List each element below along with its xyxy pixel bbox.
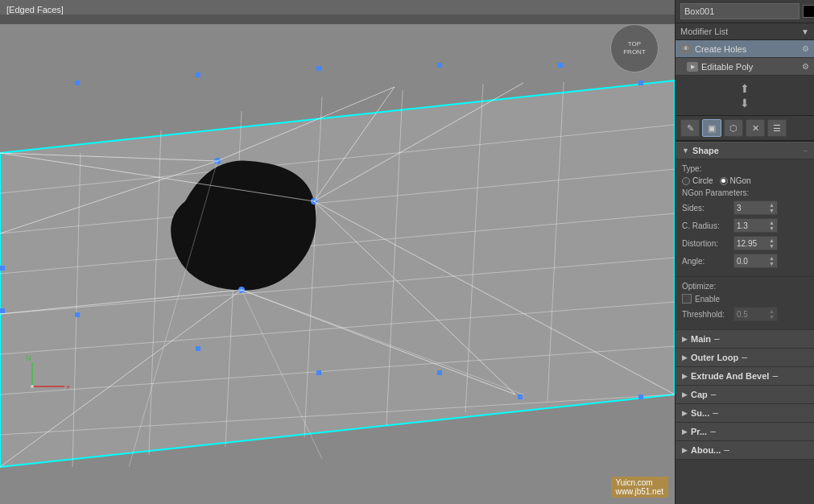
su-section[interactable]: ▶ Su... – xyxy=(676,404,814,423)
gizmo-label: TOPFRONT xyxy=(623,40,646,56)
shape-section-header[interactable]: ▼ Shape – xyxy=(676,143,814,159)
move-up-arrow[interactable]: ⬆ xyxy=(740,82,750,95)
threshold-row: Threshhold: 0.5 ▲ ▼ xyxy=(682,307,808,321)
su-arrow: ▶ xyxy=(682,409,688,417)
optimize-label: Optimize: xyxy=(682,282,808,291)
radio-ngon-btn[interactable] xyxy=(720,177,728,185)
shape-title: Shape xyxy=(692,146,719,155)
distortion-down[interactable]: ▼ xyxy=(769,243,775,249)
threshold-spinner[interactable]: 0.5 ▲ ▼ xyxy=(733,307,778,321)
distortion-arrows[interactable]: ▲ ▼ xyxy=(769,238,775,249)
modifier-list-label: Modifier List xyxy=(680,27,728,36)
cradius-arrows[interactable]: ▲ ▼ xyxy=(769,220,775,231)
modifier-item-editable-poly[interactable]: ▶ Editable Poly ⚙ xyxy=(676,58,814,76)
svg-rect-42 xyxy=(196,346,200,351)
svg-rect-43 xyxy=(316,370,321,375)
extrude-bevel-collapse[interactable]: – xyxy=(772,370,778,382)
viewport-gizmo[interactable]: TOPFRONT xyxy=(610,24,659,72)
sides-down[interactable]: ▼ xyxy=(769,208,775,213)
distortion-label: Distortion: xyxy=(682,239,730,248)
sides-up[interactable]: ▲ xyxy=(769,202,775,208)
toolbar-pin-btn[interactable]: ✎ xyxy=(680,119,700,137)
main-collapse[interactable]: – xyxy=(714,333,720,345)
threshold-up[interactable]: ▲ xyxy=(769,308,775,314)
cap-section[interactable]: ▶ Cap – xyxy=(676,386,814,404)
watermark: Yuicn.com www.jb51.net xyxy=(611,477,668,498)
about-section[interactable]: ▶ Abou... – xyxy=(676,441,814,460)
outer-loop-title: Outer Loop xyxy=(691,353,738,362)
threshold-label: Threshhold: xyxy=(682,310,730,319)
cap-collapse[interactable]: – xyxy=(711,389,717,400)
sides-arrows[interactable]: ▲ ▼ xyxy=(769,202,775,213)
svg-text:+: + xyxy=(66,383,70,391)
move-down-arrow[interactable]: ⬇ xyxy=(740,97,750,109)
sides-label: Sides: xyxy=(682,204,730,213)
pr-collapse[interactable]: – xyxy=(710,426,716,437)
su-collapse[interactable]: – xyxy=(713,407,718,419)
circle-label: Circle xyxy=(692,176,713,185)
cradius-down[interactable]: ▼ xyxy=(769,225,775,231)
pr-title: Pr... xyxy=(691,427,707,436)
ngon-params-row: NGon Parameters: xyxy=(682,188,808,197)
angle-down[interactable]: ▼ xyxy=(769,261,775,266)
object-color-swatch[interactable] xyxy=(803,5,814,18)
cradius-row: C. Radius: 1.3 ▲ ▼ xyxy=(682,218,808,233)
angle-arrows[interactable]: ▲ ▼ xyxy=(769,255,775,266)
svg-rect-39 xyxy=(638,81,643,85)
distortion-up[interactable]: ▲ xyxy=(769,238,775,243)
angle-spinner[interactable]: 0.0 ▲ ▼ xyxy=(733,254,778,268)
svg-text:N: N xyxy=(26,354,31,362)
move-arrows-area: ⬆ ⬇ xyxy=(676,76,814,116)
radio-circle-btn[interactable] xyxy=(682,177,690,185)
outer-loop-collapse[interactable]: – xyxy=(742,352,747,363)
viewport[interactable]: [Edged Faces] xyxy=(0,0,675,504)
ngon-params-label: NGon Parameters: xyxy=(682,188,808,197)
toolbar-shape-btn[interactable]: ⬡ xyxy=(724,119,743,137)
eye-icon[interactable]: 👁 xyxy=(680,44,692,54)
shape-section-content: Type: Circle NGon NGon Parameters: Sides… xyxy=(676,159,814,277)
object-name-input[interactable] xyxy=(680,3,800,19)
shape-collapse[interactable]: – xyxy=(804,147,808,155)
modifier-editable-poly-settings[interactable]: ⚙ xyxy=(802,62,809,71)
extrude-bevel-section[interactable]: ▶ Extrude And Bevel – xyxy=(676,367,814,386)
svg-rect-38 xyxy=(558,63,563,68)
toolbar-menu-btn[interactable]: ☰ xyxy=(767,119,787,137)
modifier-dropdown-arrow[interactable]: ▼ xyxy=(801,27,809,36)
viewport-label: [Edged Faces] xyxy=(6,5,64,14)
cradius-spinner[interactable]: 1.3 ▲ ▼ xyxy=(733,218,778,233)
extrude-bevel-title: Extrude And Bevel xyxy=(691,371,769,381)
threshold-arrows[interactable]: ▲ ▼ xyxy=(769,308,775,320)
distortion-spinner[interactable]: 12.95 ▲ ▼ xyxy=(733,236,778,250)
about-title: Abou... xyxy=(691,445,721,455)
toolbar-select-btn[interactable]: ▣ xyxy=(702,119,721,137)
modifier-item-create-holes[interactable]: 👁 Create Holes ⚙ xyxy=(676,40,814,58)
radio-ngon[interactable]: NGon xyxy=(720,176,751,185)
enable-checkbox-row: Enable xyxy=(682,294,808,304)
main-section[interactable]: ▶ Main – xyxy=(676,330,814,349)
threshold-down[interactable]: ▼ xyxy=(769,314,775,320)
toolbar-delete-btn[interactable]: ✕ xyxy=(746,119,765,137)
radio-group: Circle NGon xyxy=(682,176,751,185)
shape-arrow: ▼ xyxy=(682,147,689,155)
sides-spinner[interactable]: 3 ▲ ▼ xyxy=(733,200,778,215)
about-collapse[interactable]: – xyxy=(724,444,729,456)
svg-rect-37 xyxy=(437,63,442,68)
angle-up[interactable]: ▲ xyxy=(769,255,775,261)
svg-rect-41 xyxy=(75,312,80,317)
pr-section[interactable]: ▶ Pr... – xyxy=(676,423,814,441)
su-title: Su... xyxy=(691,408,709,418)
modifier-editable-poly-label: Editable Poly xyxy=(701,62,799,72)
eye-icon-2[interactable]: ▶ xyxy=(687,62,698,72)
cradius-value: 1.3 xyxy=(737,221,769,230)
type-row: Type: xyxy=(682,164,808,173)
svg-rect-35 xyxy=(196,72,200,77)
radio-row: Circle NGon xyxy=(682,176,808,185)
radio-circle[interactable]: Circle xyxy=(682,176,713,185)
enable-checkbox[interactable] xyxy=(682,294,692,304)
cradius-label: C. Radius: xyxy=(682,221,730,230)
outer-loop-section[interactable]: ▶ Outer Loop – xyxy=(676,349,814,367)
cradius-up[interactable]: ▲ xyxy=(769,220,775,225)
scene-svg: N + xyxy=(0,0,675,504)
modifier-settings-icon[interactable]: ⚙ xyxy=(802,44,809,53)
extrude-bevel-arrow: ▶ xyxy=(682,372,688,380)
